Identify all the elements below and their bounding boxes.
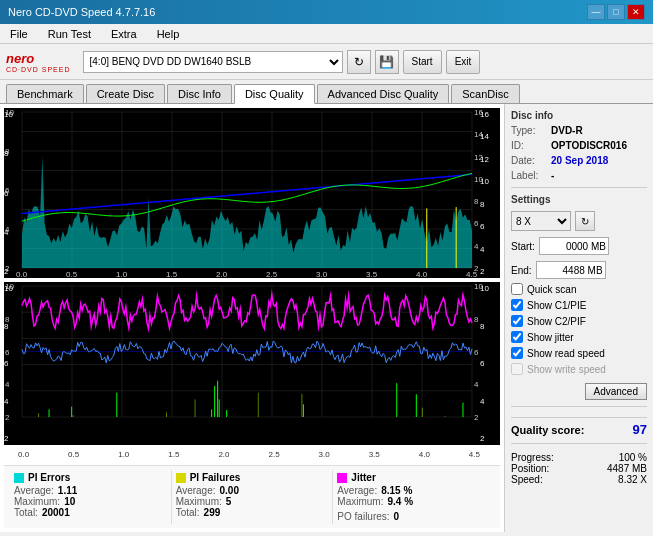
end-mb-label: End: [511, 265, 532, 276]
pi-errors-group: PI Errors Average: 1.11 Maximum: 10 Tota… [10, 470, 172, 524]
start-button[interactable]: Start [403, 50, 442, 74]
show-jitter-label: Show jitter [527, 332, 574, 343]
menu-bar: File Run Test Extra Help [0, 24, 653, 44]
show-c2-label: Show C2/PIF [527, 316, 586, 327]
disc-label-val: - [551, 170, 554, 181]
divider-1 [511, 187, 647, 188]
disc-type-val: DVD-R [551, 125, 583, 136]
jitter-label: Jitter [351, 472, 375, 483]
show-c1-row: Show C1/PIE [511, 299, 647, 311]
pi-failures-label: PI Failures [190, 472, 241, 483]
pi-failures-maximum: 5 [226, 496, 232, 507]
show-write-speed-checkbox [511, 363, 523, 375]
jitter-maximum: 9.4 % [387, 496, 413, 507]
disc-info-title: Disc info [511, 110, 647, 121]
refresh-icon-button[interactable]: ↻ [347, 50, 371, 74]
show-jitter-checkbox[interactable] [511, 331, 523, 343]
po-failures-val: 0 [394, 511, 400, 522]
menu-file[interactable]: File [4, 26, 34, 42]
quick-scan-row: Quick scan [511, 283, 647, 295]
quality-score-label: Quality score: [511, 424, 584, 436]
tab-create-disc[interactable]: Create Disc [86, 84, 165, 103]
show-read-speed-checkbox[interactable] [511, 347, 523, 359]
jitter-color [337, 473, 347, 483]
logo: nero CD·DVD SPEED [6, 51, 71, 73]
window-controls: — □ ✕ [587, 4, 645, 20]
pi-errors-average: 1.11 [58, 485, 77, 496]
pi-errors-label: PI Errors [28, 472, 70, 483]
jitter-group: Jitter Average: 8.15 % Maximum: 9.4 % PO… [333, 470, 494, 524]
settings-title: Settings [511, 194, 647, 205]
disc-label-label: Label: [511, 170, 547, 181]
tab-benchmark[interactable]: Benchmark [6, 84, 84, 103]
close-button[interactable]: ✕ [627, 4, 645, 20]
disc-type-row: Type: DVD-R [511, 125, 647, 136]
speed-val: 8.32 X [618, 474, 647, 485]
position-row: Position: 4487 MB [511, 463, 647, 474]
show-c2-row: Show C2/PIF [511, 315, 647, 327]
quality-score-value: 97 [633, 422, 647, 437]
tab-disc-info[interactable]: Disc Info [167, 84, 232, 103]
tab-advanced-disc-quality[interactable]: Advanced Disc Quality [317, 84, 450, 103]
advanced-button[interactable]: Advanced [585, 383, 647, 400]
disc-date-label: Date: [511, 155, 547, 166]
menu-run-test[interactable]: Run Test [42, 26, 97, 42]
main-content: 161412108642 108642 108642 108642 0.00.5… [0, 104, 653, 532]
upper-chart: 161412108642 108642 [4, 108, 500, 278]
pi-errors-total: 20001 [42, 507, 70, 518]
disc-id-label: ID: [511, 140, 547, 151]
toolbar: nero CD·DVD SPEED [4:0] BENQ DVD DD DW16… [0, 44, 653, 80]
disc-date-row: Date: 20 Sep 2018 [511, 155, 647, 166]
pi-failures-average: 0.00 [220, 485, 239, 496]
chart-area: 161412108642 108642 108642 108642 0.00.5… [0, 104, 505, 532]
drive-selector[interactable]: [4:0] BENQ DVD DD DW1640 BSLB [83, 51, 343, 73]
tab-scan-disc[interactable]: ScanDisc [451, 84, 519, 103]
progress-row: Progress: 100 % [511, 452, 647, 463]
position-val: 4487 MB [607, 463, 647, 474]
end-mb-row: End: [511, 261, 647, 279]
pi-errors-color [14, 473, 24, 483]
show-read-speed-label: Show read speed [527, 348, 605, 359]
stats-area: PI Errors Average: 1.11 Maximum: 10 Tota… [4, 465, 500, 528]
show-read-speed-row: Show read speed [511, 347, 647, 359]
pi-failures-total: 299 [204, 507, 221, 518]
minimize-button[interactable]: — [587, 4, 605, 20]
progress-label: Progress: [511, 452, 554, 463]
start-mb-row: Start: [511, 237, 647, 255]
show-c2-checkbox[interactable] [511, 315, 523, 327]
tab-disc-quality[interactable]: Disc Quality [234, 84, 315, 104]
settings-refresh-icon[interactable]: ↻ [575, 211, 595, 231]
side-panel: Disc info Type: DVD-R ID: OPTODISCR016 D… [505, 104, 653, 532]
quick-scan-label: Quick scan [527, 284, 576, 295]
disc-id-val: OPTODISCR016 [551, 140, 627, 151]
jitter-average: 8.15 % [381, 485, 412, 496]
show-c1-checkbox[interactable] [511, 299, 523, 311]
start-mb-input[interactable] [539, 237, 609, 255]
show-jitter-row: Show jitter [511, 331, 647, 343]
quick-scan-checkbox[interactable] [511, 283, 523, 295]
menu-extra[interactable]: Extra [105, 26, 143, 42]
position-label: Position: [511, 463, 549, 474]
show-write-speed-row: Show write speed [511, 363, 647, 375]
show-write-speed-label: Show write speed [527, 364, 606, 375]
exit-button[interactable]: Exit [446, 50, 481, 74]
speed-row: 8 X ↻ [511, 211, 647, 231]
pi-failures-color [176, 473, 186, 483]
maximize-button[interactable]: □ [607, 4, 625, 20]
speed-row-progress: Speed: 8.32 X [511, 474, 647, 485]
speed-selector[interactable]: 8 X [511, 211, 571, 231]
title-text: Nero CD-DVD Speed 4.7.7.16 [8, 6, 155, 18]
end-mb-input[interactable] [536, 261, 606, 279]
title-bar: Nero CD-DVD Speed 4.7.7.16 — □ ✕ [0, 0, 653, 24]
logo-nero: nero [6, 51, 71, 66]
disc-type-label: Type: [511, 125, 547, 136]
disc-label-row: Label: - [511, 170, 647, 181]
start-mb-label: Start: [511, 241, 535, 252]
show-c1-label: Show C1/PIE [527, 300, 586, 311]
menu-help[interactable]: Help [151, 26, 186, 42]
divider-3 [511, 443, 647, 444]
disc-date-val: 20 Sep 2018 [551, 155, 608, 166]
progress-section: Progress: 100 % Position: 4487 MB Speed:… [511, 452, 647, 485]
tab-bar: Benchmark Create Disc Disc Info Disc Qua… [0, 80, 653, 104]
save-icon-button[interactable]: 💾 [375, 50, 399, 74]
